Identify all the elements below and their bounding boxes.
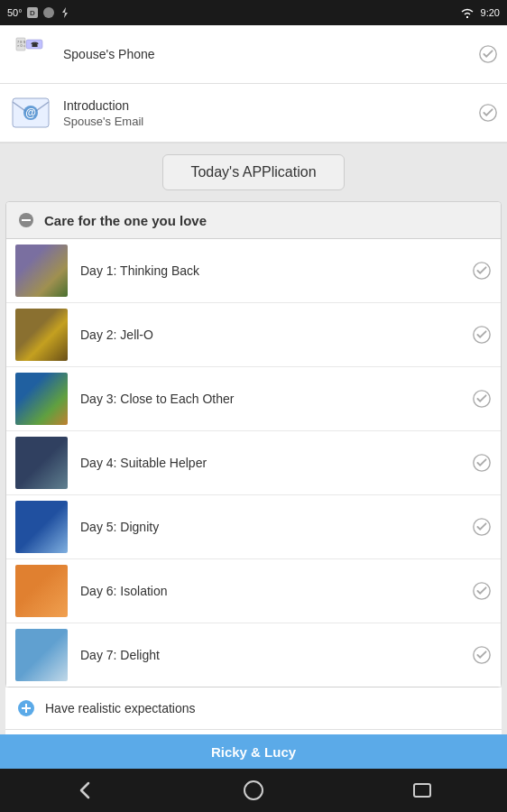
day-item-4[interactable]: Day 4: Suitable Helper (6, 431, 501, 495)
section-header: Care for the one you love (6, 202, 501, 239)
spouse-phone-item[interactable]: 7 8 9 × 0 = ☎ Spouse's Phone (0, 25, 507, 84)
day7-label: Day 7: Delight (80, 648, 472, 662)
wifi-icon (459, 6, 475, 19)
svg-point-35 (244, 781, 263, 799)
day1-thumbnail (15, 245, 68, 297)
todays-application-button[interactable]: Today's APPlication (162, 154, 344, 190)
status-notification: 50° (7, 7, 23, 18)
day4-thumbnail (15, 437, 68, 489)
day-item-3[interactable]: Day 3: Close to Each Other (6, 367, 501, 431)
day6-check (472, 581, 492, 601)
spouse-email-check (478, 103, 498, 123)
spouse-phone-text: Spouse's Phone (63, 46, 478, 62)
svg-point-2 (43, 7, 54, 18)
back-icon (72, 778, 97, 803)
spouse-email-text: Introduction Spouse's Email (63, 97, 478, 127)
day5-check (472, 517, 492, 537)
svg-rect-25 (25, 704, 27, 713)
day-item-7[interactable]: Day 7: Delight (6, 623, 501, 687)
day3-label: Day 3: Close to Each Other (80, 392, 472, 406)
main-section: Care for the one you love Day 1: Thinkin… (5, 201, 502, 687)
day-item-5[interactable]: Day 5: Dignity (6, 495, 501, 559)
recent-icon (410, 778, 435, 803)
svg-text:@: @ (25, 106, 36, 119)
day1-label: Day 1: Thinking Back (80, 263, 472, 278)
phone-icon: 7 8 9 × 0 = ☎ (13, 36, 49, 72)
back-button[interactable] (58, 772, 112, 808)
day-list: Day 1: Thinking Back Day 2: Jell-O Day 3… (6, 239, 501, 687)
day3-check (472, 389, 492, 409)
day4-label: Day 4: Suitable Helper (80, 456, 472, 470)
section-header-title: Care for the one you love (44, 213, 207, 228)
day-item-1[interactable]: Day 1: Thinking Back (6, 239, 501, 303)
status-right: 9:20 (459, 6, 500, 19)
svg-text:D: D (30, 9, 35, 17)
spouse-email-subtitle: Spouse's Email (63, 115, 478, 128)
day1-check (472, 261, 492, 281)
svg-text:× 0 =: × 0 = (17, 43, 26, 48)
collapse-label-1: Have realistic expectations (45, 701, 196, 715)
collapse-item-1[interactable]: Have realistic expectations (5, 687, 502, 730)
status-icon-2 (42, 6, 55, 19)
day7-check (472, 645, 492, 665)
svg-rect-36 (414, 784, 430, 797)
svg-marker-3 (62, 7, 68, 18)
day2-label: Day 2: Jell-O (80, 328, 472, 342)
app-button-container: Today's APPlication (0, 143, 507, 201)
spouse-email-item[interactable]: @ Introduction Spouse's Email (0, 84, 507, 143)
home-icon (241, 778, 266, 803)
day-item-2[interactable]: Day 2: Jell-O (6, 303, 501, 367)
spouse-phone-check (478, 44, 498, 64)
email-icon-box: @ (9, 91, 52, 134)
nav-bar (0, 769, 507, 812)
svg-text:☎: ☎ (31, 42, 39, 48)
bottom-collapse-section: Have realistic expectations Appreciate y… (5, 687, 502, 734)
day3-thumbnail (15, 373, 68, 425)
day2-thumbnail (15, 309, 68, 361)
status-icon-1: D (26, 6, 39, 19)
day2-check (472, 325, 492, 345)
day7-thumbnail (15, 629, 68, 681)
spouse-email-title: Introduction (63, 97, 478, 114)
recent-button[interactable] (395, 772, 449, 808)
scroll-content: 7 8 9 × 0 = ☎ Spouse's Phone (0, 25, 507, 734)
status-time: 9:20 (481, 7, 500, 18)
day5-label: Day 5: Dignity (80, 520, 472, 534)
phone-icon-box: 7 8 9 × 0 = ☎ (9, 32, 52, 76)
home-button[interactable] (226, 772, 281, 808)
email-icon: @ (9, 91, 52, 134)
day6-label: Day 6: Isolation (80, 584, 472, 598)
top-section: 7 8 9 × 0 = ☎ Spouse's Phone (0, 25, 507, 143)
svg-rect-15 (22, 219, 31, 221)
plus-icon-1 (16, 698, 36, 718)
day5-thumbnail (15, 501, 68, 553)
status-bar: 50° D 9:20 (0, 0, 507, 25)
bottom-bar-text: Ricky & Lucy (211, 744, 296, 760)
day6-thumbnail (15, 565, 68, 617)
day-item-6[interactable]: Day 6: Isolation (6, 559, 501, 623)
bottom-bar: Ricky & Lucy (0, 734, 507, 769)
minus-icon[interactable] (17, 211, 35, 229)
bolt-icon (59, 6, 71, 19)
day4-check (472, 453, 492, 473)
status-left-icons: 50° D (7, 6, 71, 19)
spouse-phone-title: Spouse's Phone (63, 46, 478, 62)
